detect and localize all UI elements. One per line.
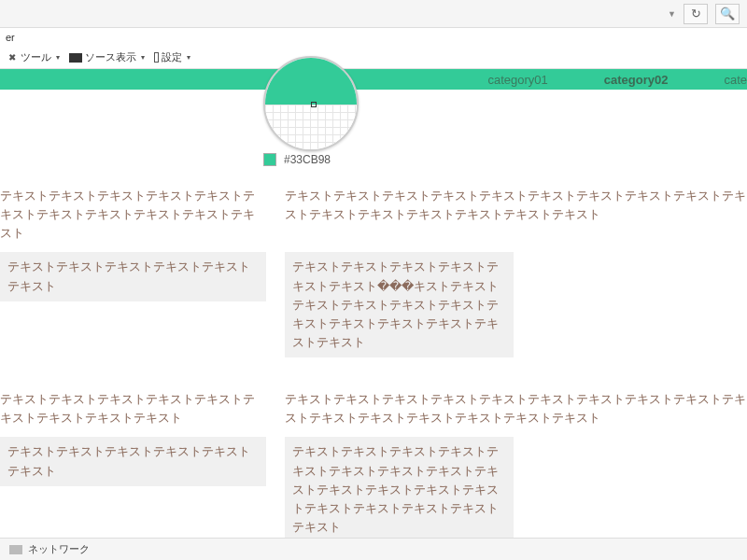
color-swatch[interactable] xyxy=(263,153,276,166)
text-cell: テキストテキストテキストテキストテキストテキストテキストテキストテキストテキスト… xyxy=(0,187,271,243)
color-readout: #33CB98 xyxy=(263,153,359,166)
reload-icon: ↻ xyxy=(691,7,701,21)
network-icon xyxy=(9,545,22,554)
text-cell: テキストテキストテキストテキストテキストテキストテキストテキストテキスト xyxy=(0,390,271,427)
text-box: テキストテキストテキストテキストテキストテキスト xyxy=(0,437,266,485)
magnifier-target-icon xyxy=(311,102,317,107)
toolbar-settings-label: 設定 xyxy=(162,50,182,64)
page-content: テキストテキストテキストテキストテキストテキストテキストテキストテキストテキスト… xyxy=(0,187,747,560)
search-icon: 🔍 xyxy=(720,7,735,21)
toolbar-sourceview-label: ソース表示 xyxy=(85,50,136,64)
panel-title: er xyxy=(0,28,747,47)
text-cell: テキストテキストテキストテキストテキストテキストテキストテキストテキストテキスト… xyxy=(271,187,747,243)
devtools-bottom-bar: ネットワーク xyxy=(0,538,747,560)
toolbar-tools-label: ツール xyxy=(21,50,51,64)
devtools-toolbar: ✖ ツール ソース表示 設定 xyxy=(0,47,747,69)
color-hex-value: #33CB98 xyxy=(284,153,331,166)
browser-chrome-top: ▼ ↻ 🔍 xyxy=(0,0,747,28)
nav-tab-category02[interactable]: category02 xyxy=(576,73,697,87)
reload-button[interactable]: ↻ xyxy=(684,4,708,24)
search-button[interactable]: 🔍 xyxy=(715,4,740,24)
network-tab[interactable]: ネットワーク xyxy=(28,542,90,556)
tools-icon: ✖ xyxy=(6,51,18,63)
text-cell: テキストテキストテキストテキストテキストテキストテキストテキストテキストテキスト… xyxy=(271,390,747,427)
magnifier-grid xyxy=(265,105,357,149)
content-block: テキストテキストテキストテキストテキストテキストテキストテキストテキスト テキス… xyxy=(0,390,747,542)
color-magnifier[interactable] xyxy=(263,56,359,151)
content-block: テキストテキストテキストテキストテキストテキストテキストテキストテキストテキスト… xyxy=(0,187,747,357)
toolbar-tools[interactable]: ✖ ツール xyxy=(6,50,60,64)
nav-tab-category03[interactable]: cate xyxy=(696,73,747,87)
toolbar-settings[interactable]: 設定 xyxy=(154,50,190,64)
settings-icon xyxy=(154,52,159,63)
url-dropdown-icon[interactable]: ▼ xyxy=(668,9,676,19)
text-box: テキストテキストテキストテキストテキストテキスト xyxy=(0,252,266,301)
text-box: テキストテキストテキストテキストテキストテキスト���キストテキストテキストテキ… xyxy=(285,252,514,357)
text-box: テキストテキストテキストテキストテキストテキストテキストテキストテキストテキスト… xyxy=(285,437,514,542)
toolbar-sourceview[interactable]: ソース表示 xyxy=(69,50,145,64)
nav-tab-category01[interactable]: category01 xyxy=(459,73,575,87)
sourceview-icon xyxy=(69,53,82,63)
category-nav: category01 category02 cate xyxy=(0,69,747,90)
